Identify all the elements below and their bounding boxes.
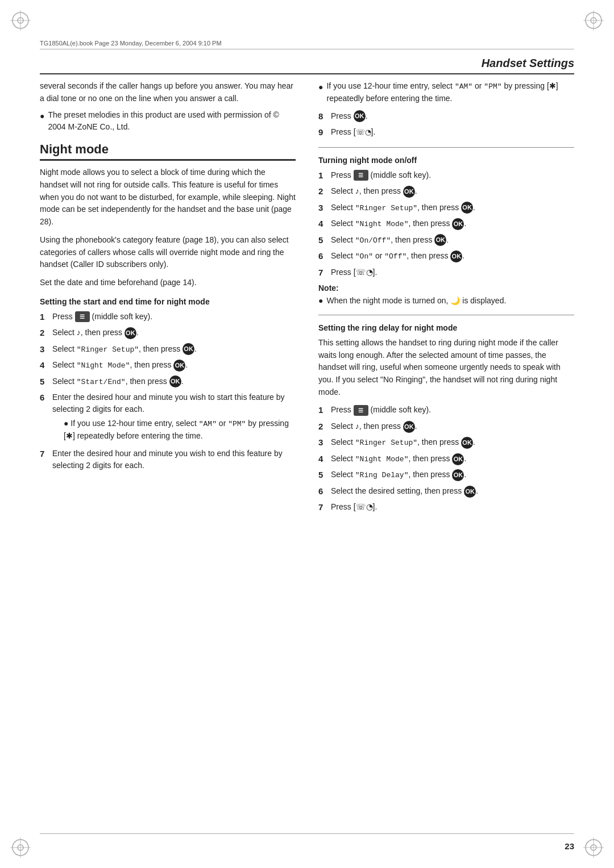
intro-bullet1: ● The preset melodies in this product ar… bbox=[40, 109, 296, 133]
turn-step-6: 6 Select "On" or "Off", then press OK. bbox=[318, 250, 574, 263]
rd-step-4: 4 Select "Night Mode", then press OK. bbox=[318, 453, 574, 466]
ok-btn-3: OK bbox=[182, 343, 194, 355]
page-header: Handset Settings bbox=[40, 57, 574, 74]
rd-step-7: 7 Press [☏◔]. bbox=[318, 501, 574, 514]
rd-step-6: 6 Select the desired setting, then press… bbox=[318, 485, 574, 498]
note-label: Note: bbox=[318, 283, 574, 293]
ok-btn-rd6: OK bbox=[464, 486, 476, 498]
night-mode-body3: Set the date and time beforehand (page 1… bbox=[40, 277, 296, 289]
bell-icon-t2: ♪ bbox=[355, 186, 359, 195]
step-8: 8 Press OK. bbox=[318, 110, 574, 123]
ok-btn-t3: OK bbox=[461, 202, 473, 214]
ring-delay-body: This setting allows the handset to ring … bbox=[318, 337, 574, 398]
ok-btn-t6: OK bbox=[450, 251, 462, 262]
note-item-1: ● When the night mode is turned on, 🌙 is… bbox=[318, 295, 574, 307]
page-title: Handset Settings bbox=[482, 57, 574, 70]
turn-step-3: 3 Select "Ringer Setup", then press OK. bbox=[318, 202, 574, 215]
bullet-dot: ● bbox=[40, 110, 44, 122]
set-time-heading: Setting the start and end time for night… bbox=[40, 297, 296, 306]
offhook-icon-9: ☏◔ bbox=[356, 128, 371, 136]
meta-text: TG1850AL(e).book Page 23 Monday, Decembe… bbox=[40, 40, 222, 47]
rd-step-3: 3 Select "Ringer Setup", then press OK. bbox=[318, 436, 574, 449]
ok-btn-t4: OK bbox=[452, 218, 464, 230]
ok-btn-8: OK bbox=[354, 110, 366, 122]
menu-btn-t1: ☰ bbox=[354, 170, 368, 181]
intro-bullet1-text: The preset melodies in this product are … bbox=[48, 109, 296, 133]
night-mode-title: Night mode bbox=[40, 142, 296, 161]
sub-bullet-dot: ● bbox=[64, 419, 68, 428]
turn-step-5: 5 Select "On/Off", then press OK. bbox=[318, 234, 574, 247]
offhook-icon-t7: ☏◔ bbox=[356, 268, 373, 277]
set-time-steps: 1 Press ☰ (middle soft key). 2 Select ♪,… bbox=[40, 311, 296, 471]
page: TG1850AL(e).book Page 23 Monday, Decembe… bbox=[0, 0, 614, 868]
step6-subbullet: ● If you use 12-hour time entry, select … bbox=[64, 418, 296, 442]
corner-mark-tr bbox=[583, 10, 604, 31]
col-left: several seconds if the caller hangs up b… bbox=[40, 74, 296, 823]
intro-block: several seconds if the caller hangs up b… bbox=[40, 80, 296, 133]
ok-btn-rd5: OK bbox=[452, 469, 464, 481]
note-block: Note: ● When the night mode is turned on… bbox=[318, 283, 574, 307]
step-7: 7 Enter the desired hour and minute you … bbox=[40, 448, 296, 471]
offhook-icon-rd7: ☏◔ bbox=[356, 502, 373, 511]
step-4: 4 Select "Night Mode", then press OK. bbox=[40, 359, 296, 372]
turn-step-2: 2 Select ♪, then press OK. bbox=[318, 185, 574, 198]
turning-night-heading: Turning night mode on/off bbox=[318, 156, 574, 165]
steps-8-9: 8 Press OK. 9 Press [☏◔]. bbox=[318, 110, 574, 139]
corner-mark-bl bbox=[10, 837, 31, 858]
set-time-heading-text: Setting the start and end time for night… bbox=[40, 297, 210, 306]
divider-2 bbox=[318, 315, 574, 315]
night-mode-body1: Night mode allows you to select a block … bbox=[40, 166, 296, 228]
night-mode-body2: Using the phonebook's category feature (… bbox=[40, 234, 296, 271]
menu-btn-1: ☰ bbox=[75, 311, 90, 322]
rd-step-1: 1 Press ☰ (middle soft key). bbox=[318, 404, 574, 417]
step-5: 5 Select "Start/End", then press OK. bbox=[40, 375, 296, 389]
step-2: 2 Select ♪, then press OK. bbox=[40, 327, 296, 340]
meta-line: TG1850AL(e).book Page 23 Monday, Decembe… bbox=[40, 40, 574, 49]
ok-btn-rd4: OK bbox=[452, 453, 464, 465]
content-area: Handset Settings several seconds if the … bbox=[40, 57, 574, 823]
ok-btn-rd3: OK bbox=[461, 437, 473, 449]
corner-mark-br bbox=[583, 837, 604, 858]
bell-icon-2: ♪ bbox=[77, 328, 81, 337]
rd-step-2: 2 Select ♪, then press OK. bbox=[318, 420, 574, 433]
ok-btn-5: OK bbox=[169, 375, 181, 387]
step-3: 3 Select "Ringer Setup", then press OK. bbox=[40, 343, 296, 356]
ring-delay-heading: Setting the ring delay for night mode bbox=[318, 323, 574, 332]
right-top-bullet: ● If you use 12-hour time entry, select … bbox=[318, 80, 574, 105]
ok-btn-4: OK bbox=[173, 360, 185, 372]
rd-step-5: 5 Select "Ring Delay", then press OK. bbox=[318, 469, 574, 482]
note-text: When the night mode is turned on, 🌙 is d… bbox=[326, 295, 506, 307]
corner-mark-tl bbox=[10, 10, 31, 31]
ok-btn-rd2: OK bbox=[403, 421, 415, 433]
step-6: 6 Enter the desired hour and minute you … bbox=[40, 391, 296, 444]
bell-icon-rd2: ♪ bbox=[355, 422, 359, 431]
step-1: 1 Press ☰ (middle soft key). bbox=[40, 311, 296, 324]
turn-step-7: 7 Press [☏◔]. bbox=[318, 266, 574, 279]
menu-btn-rd1: ☰ bbox=[354, 405, 368, 416]
step-9: 9 Press [☏◔]. bbox=[318, 126, 574, 139]
intro-para1: several seconds if the caller hangs up b… bbox=[40, 80, 296, 105]
two-col-layout: several seconds if the caller hangs up b… bbox=[40, 74, 574, 823]
divider-1 bbox=[318, 147, 574, 148]
ok-btn-t2: OK bbox=[403, 186, 415, 198]
bottom-divider bbox=[40, 833, 574, 834]
turn-step-1: 1 Press ☰ (middle soft key). bbox=[318, 169, 574, 182]
col-right: ● If you use 12-hour time entry, select … bbox=[318, 74, 574, 823]
page-number: 23 bbox=[565, 841, 574, 851]
ok-btn-t5: OK bbox=[434, 234, 446, 246]
ring-delay-steps: 1 Press ☰ (middle soft key). 2 Select ♪,… bbox=[318, 404, 574, 514]
turning-steps: 1 Press ☰ (middle soft key). 2 Select ♪,… bbox=[318, 169, 574, 279]
turn-step-4: 4 Select "Night Mode", then press OK. bbox=[318, 218, 574, 231]
ok-btn-2: OK bbox=[125, 327, 136, 339]
